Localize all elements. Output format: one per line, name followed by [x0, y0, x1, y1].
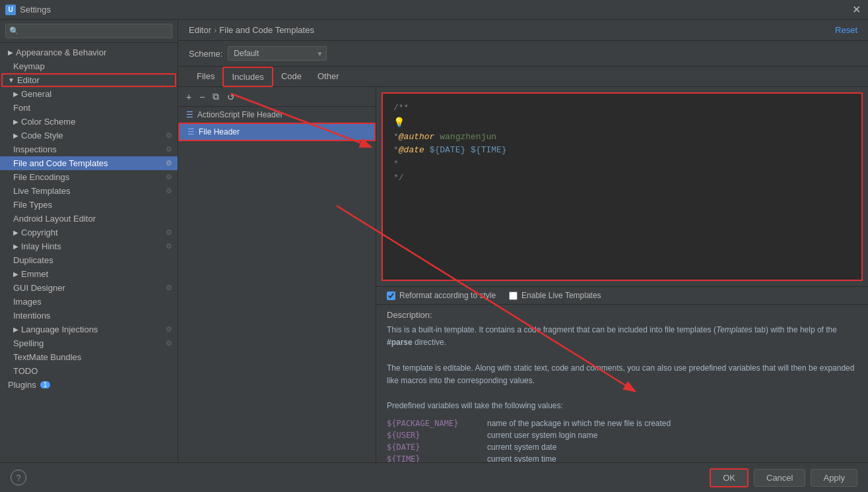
var-row-date: ${DATE} current system date — [387, 441, 857, 453]
tab-files[interactable]: Files — [189, 67, 222, 86]
breadcrumb-current: File and Code Templates — [219, 25, 314, 35]
sidebar: 🔍 ▶ Appearance & Behavior Keymap ▼ Edito… — [0, 20, 178, 462]
options-row: Reformat according to style Enable Live … — [376, 286, 868, 304]
split-area: + − ⧉ ↺ ☰ ActionScript File Header ☰ Fil… — [178, 87, 868, 462]
reformat-checkbox-label[interactable]: Reformat according to style — [387, 291, 496, 300]
window-title: Settings — [20, 5, 51, 15]
code-line-1: /** — [393, 102, 851, 115]
sidebar-item-label: Appearance & Behavior — [16, 47, 106, 57]
sidebar-item-images[interactable]: Images — [0, 295, 178, 309]
tabs-row: Files Includes Code Other — [178, 67, 868, 87]
tab-includes[interactable]: Includes — [222, 67, 273, 87]
sidebar-item-label: Inspections — [13, 144, 57, 154]
sidebar-item-inlay-hints[interactable]: ▶ Inlay Hints ⚙ — [0, 239, 178, 253]
scheme-row: Scheme: Default Project ▼ — [178, 41, 868, 67]
sidebar-item-editor[interactable]: ▼ Editor — [0, 73, 178, 87]
sidebar-item-inspections[interactable]: Inspections ⚙ — [0, 142, 178, 156]
sidebar-item-plugins[interactable]: Plugins 1 — [0, 378, 178, 392]
sidebar-item-duplicates[interactable]: Duplicates — [0, 253, 178, 267]
apply-button[interactable]: Apply — [811, 469, 857, 487]
sidebar-item-label: Spelling — [13, 338, 44, 348]
var-row-user: ${USER} current user system login name — [387, 429, 857, 441]
variable-table: ${PACKAGE_NAME} name of the package in w… — [387, 417, 857, 462]
sidebar-item-label: Emmet — [21, 269, 48, 279]
settings-icon: ⚙ — [166, 284, 172, 292]
expand-arrow-icon: ▶ — [13, 132, 18, 139]
reformat-checkbox[interactable] — [387, 292, 395, 300]
sidebar-item-keymap[interactable]: Keymap — [0, 59, 178, 73]
sidebar-item-live-templates[interactable]: Live Templates ⚙ — [0, 184, 178, 198]
right-panel: Editor › File and Code Templates Reset S… — [178, 20, 868, 462]
expand-arrow-icon: ▶ — [13, 229, 18, 236]
reset-template-button[interactable]: ↺ — [224, 90, 238, 104]
title-bar: U Settings ✕ — [0, 0, 868, 20]
sidebar-item-label: Editor — [17, 75, 40, 85]
settings-icon: ⚙ — [166, 159, 172, 168]
help-button[interactable]: ? — [11, 470, 26, 485]
reset-button[interactable]: Reset — [835, 25, 857, 35]
sidebar-item-todo[interactable]: TODO — [0, 364, 178, 378]
expand-arrow-icon: ▶ — [13, 243, 18, 250]
live-templates-checkbox-label[interactable]: Enable Live Templates — [509, 291, 601, 300]
sidebar-item-font[interactable]: Font — [0, 101, 178, 115]
sidebar-item-label: Copyright — [21, 228, 58, 237]
plugins-badge: 1 — [40, 381, 51, 388]
description-text: This is a built-in template. It contains… — [387, 324, 857, 412]
sidebar-item-language-injections[interactable]: ▶ Language Injections ⚙ — [0, 323, 178, 336]
template-item-file-header[interactable]: ☰ File Header — [178, 123, 376, 141]
expand-arrow-icon: ▼ — [8, 77, 15, 84]
lightbulb-icon: 💡 — [393, 117, 405, 128]
breadcrumb-separator: › — [214, 25, 217, 35]
panel-header: Editor › File and Code Templates Reset — [178, 20, 868, 41]
sidebar-item-label: Live Templates — [13, 186, 70, 196]
add-template-button[interactable]: + — [184, 90, 194, 104]
breadcrumb: Editor › File and Code Templates — [189, 25, 314, 35]
live-templates-checkbox[interactable] — [509, 292, 517, 300]
remove-template-button[interactable]: − — [197, 90, 207, 104]
code-line-5: * — [393, 158, 851, 171]
expand-arrow-icon: ▶ — [13, 90, 18, 98]
live-templates-label: Enable Live Templates — [521, 291, 601, 300]
code-editor[interactable]: /** 💡 *@author wangzhenjun *@date ${DATE… — [382, 92, 863, 281]
sidebar-item-file-encodings[interactable]: File Encodings ⚙ — [0, 170, 178, 184]
sidebar-item-label: Images — [13, 297, 42, 307]
sidebar-item-intentions[interactable]: Intentions — [0, 309, 178, 323]
cancel-button[interactable]: Cancel — [754, 469, 805, 487]
search-bar: 🔍 — [0, 20, 178, 43]
sidebar-item-label: TextMate Bundles — [13, 352, 81, 362]
sidebar-item-label: GUI Designer — [13, 283, 65, 293]
code-line-3: *@author wangzhenjun — [393, 131, 851, 144]
sidebar-item-file-and-code-templates[interactable]: File and Code Templates ⚙ — [0, 156, 178, 170]
tab-code[interactable]: Code — [273, 67, 310, 86]
sidebar-item-code-style[interactable]: ▶ Code Style ⚙ — [0, 129, 178, 142]
sidebar-item-file-types[interactable]: File Types — [0, 198, 178, 212]
scheme-select-wrapper: Default Project ▼ — [228, 46, 327, 61]
template-item-label: ActionScript File Header — [197, 110, 283, 119]
settings-icon: ⚙ — [166, 187, 172, 195]
settings-icon: ⚙ — [166, 131, 172, 140]
sidebar-item-copyright[interactable]: ▶ Copyright ⚙ — [0, 226, 178, 239]
sidebar-item-general[interactable]: ▶ General — [0, 87, 178, 101]
template-item-actionscript[interactable]: ☰ ActionScript File Header — [178, 107, 376, 123]
sidebar-item-android-layout-editor[interactable]: Android Layout Editor — [0, 212, 178, 226]
var-row-time: ${TIME} current system time — [387, 453, 857, 462]
template-icon: ☰ — [187, 127, 195, 137]
code-line-4: *@date ${DATE} ${TIME} — [393, 144, 851, 158]
sidebar-item-textmate-bundles[interactable]: TextMate Bundles — [0, 350, 178, 364]
sidebar-item-gui-designer[interactable]: GUI Designer ⚙ — [0, 281, 178, 295]
sidebar-item-appearance-behavior[interactable]: ▶ Appearance & Behavior — [0, 46, 178, 59]
sidebar-item-label: Plugins — [8, 380, 36, 390]
sidebar-item-spelling[interactable]: Spelling ⚙ — [0, 336, 178, 350]
sidebar-item-color-scheme[interactable]: ▶ Color Scheme — [0, 115, 178, 129]
settings-icon: ⚙ — [166, 339, 172, 348]
sidebar-item-emmet[interactable]: ▶ Emmet — [0, 267, 178, 281]
search-input[interactable] — [5, 24, 172, 38]
expand-arrow-icon: ▶ — [13, 270, 18, 278]
ok-button[interactable]: OK — [710, 468, 749, 487]
scheme-select[interactable]: Default Project — [228, 46, 327, 61]
copy-template-button[interactable]: ⧉ — [210, 90, 222, 104]
sidebar-item-label: Code Style — [21, 131, 63, 140]
expand-arrow-icon: ▶ — [13, 118, 18, 125]
tab-other[interactable]: Other — [310, 67, 347, 86]
close-button[interactable]: ✕ — [850, 3, 863, 16]
